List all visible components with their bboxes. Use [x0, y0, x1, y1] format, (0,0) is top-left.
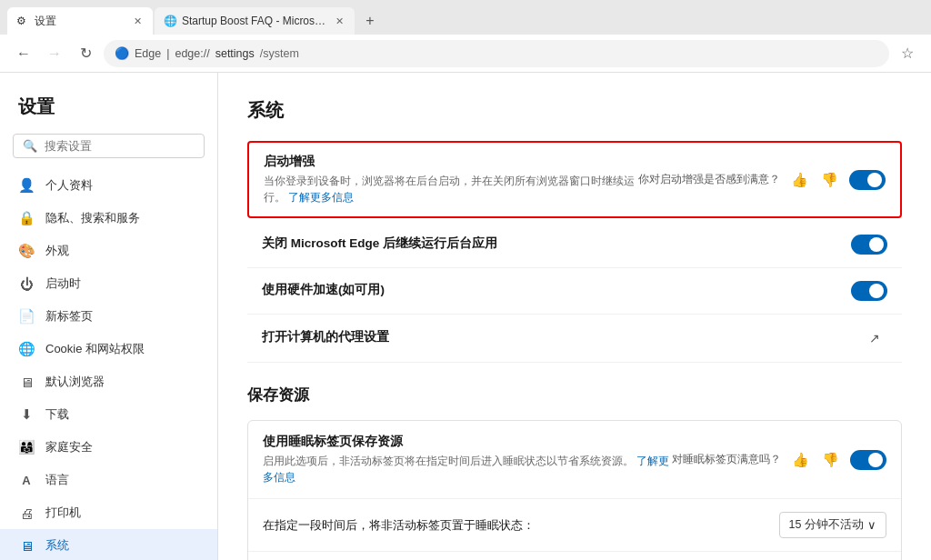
sidebar-item-downloads[interactable]: ⬇ 下载	[0, 398, 217, 431]
sleep-dropdown[interactable]: 15 分钟不活动 ∨	[779, 512, 886, 538]
startup-boost-toggle[interactable]	[849, 170, 886, 190]
search-icon: 🔍	[23, 139, 37, 153]
sidebar-item-label: 默认浏览器	[45, 374, 105, 390]
proxy-row: 打开计算机的代理设置 ↗	[247, 315, 902, 363]
sidebar-item-startup[interactable]: ⏻ 启动时	[0, 267, 217, 300]
chevron-down-icon: ∨	[867, 518, 876, 532]
close-edge-label: 关闭 Microsoft Edge 后继续运行后台应用	[262, 235, 851, 252]
startup-boost-controls: 你对启动增强是否感到满意？ 👍 👎	[638, 170, 886, 190]
address-settings: settings	[215, 47, 255, 60]
page-title: 系统	[247, 98, 902, 123]
startup-feedback-label: 你对启动增强是否感到满意？	[638, 172, 780, 187]
sidebar-item-label: Cookie 和网站权限	[45, 341, 145, 357]
languages-icon: A	[18, 474, 35, 487]
forward-button[interactable]: →	[42, 41, 67, 66]
startup-icon: ⏻	[18, 276, 35, 292]
proxy-controls: ↗	[862, 327, 887, 349]
newtab-icon: 📄	[18, 308, 35, 325]
sidebar-item-appearance[interactable]: 🎨 外观	[0, 235, 217, 267]
lock-icon: 🔒	[18, 210, 35, 226]
download-icon: ⬇	[18, 406, 35, 423]
sidebar-item-label: 个人资料	[45, 177, 93, 194]
back-button[interactable]: ←	[11, 41, 36, 66]
toggle-slider	[851, 281, 887, 301]
hardware-accel-info: 使用硬件加速(如可用)	[262, 282, 851, 301]
sidebar-item-profile[interactable]: 👤 个人资料	[0, 169, 217, 202]
settings-tab-title: 设置	[35, 14, 126, 29]
sleeping-tabs-info: 使用睡眠标签页保存资源 启用此选项后，非活动标签页将在指定时间后进入睡眠状态以节…	[263, 434, 672, 485]
tab-bar: ⚙ 设置 ✕ 🌐 Startup Boost FAQ - Microsoft T…	[0, 0, 931, 35]
sleeping-tabs-controls: 对睡眠标签页满意吗？ 👍 👎	[672, 450, 886, 470]
startup-tab-close[interactable]: ✕	[334, 14, 345, 29]
sidebar-item-cookies[interactable]: 🌐 Cookie 和网站权限	[0, 333, 217, 365]
thumbs-up-button[interactable]: 👍	[789, 170, 810, 190]
startup-boost-info: 启动增强 当你登录到设备时，浏览器将在后台启动，并在关闭所有浏览器窗口时继续运行…	[264, 154, 638, 205]
sidebar-item-privacy[interactable]: 🔒 隐私、搜索和服务	[0, 202, 217, 235]
toggle-slider	[850, 450, 886, 470]
address-scheme: edge://	[175, 47, 209, 60]
never-sleep-row: 从不让这些站点进入睡眠状态 添加	[248, 552, 901, 560]
sleeping-thumbs-up-button[interactable]: 👍	[790, 450, 811, 470]
profile-icon: 👤	[18, 177, 35, 194]
startup-boost-learn-more[interactable]: 了解更多信息	[288, 191, 354, 204]
sidebar-item-label: 家庭安全	[45, 439, 93, 455]
startup-boost-desc: 当你登录到设备时，浏览器将在后台启动，并在关闭所有浏览器窗口时继续运行。 了解更…	[264, 173, 638, 205]
sidebar-item-label: 新标签页	[45, 308, 93, 325]
main-content: 系统 启动增强 当你登录到设备时，浏览器将在后台启动，并在关闭所有浏览器窗口时继…	[218, 73, 931, 560]
new-tab-button[interactable]: +	[356, 7, 384, 35]
toggle-slider	[849, 170, 886, 190]
sleep-after-label: 在指定一段时间后，将非活动标签页置于睡眠状态：	[263, 518, 535, 532]
proxy-info: 打开计算机的代理设置	[262, 329, 862, 348]
settings-tab[interactable]: ⚙ 设置 ✕	[7, 7, 153, 35]
sleeping-tabs-card: 使用睡眠标签页保存资源 启用此选项后，非活动标签页将在指定时间后进入睡眠状态以节…	[247, 420, 902, 560]
sidebar-item-languages[interactable]: A 语言	[0, 464, 217, 496]
sidebar-item-default-browser[interactable]: 🖥 默认浏览器	[0, 365, 217, 398]
sidebar-item-label: 启动时	[45, 275, 81, 292]
sidebar-item-printer[interactable]: 🖨 打印机	[0, 496, 217, 529]
search-input[interactable]	[45, 139, 195, 153]
cookies-icon: 🌐	[18, 341, 35, 357]
main-layout: 设置 🔍 👤 个人资料 🔒 隐私、搜索和服务 🎨 外观 ⏻ 启动时 📄 新标签页…	[0, 73, 931, 560]
settings-tab-icon: ⚙	[16, 15, 29, 27]
sidebar-item-label: 打印机	[45, 505, 81, 521]
hardware-accel-toggle[interactable]	[851, 281, 887, 301]
search-box[interactable]: 🔍	[13, 134, 205, 158]
favorites-button[interactable]: ☆	[895, 41, 920, 66]
sleep-after-info: 在指定一段时间后，将非活动标签页置于睡眠状态：	[263, 517, 779, 534]
sleeping-tabs-desc: 启用此选项后，非活动标签页将在指定时间后进入睡眠状态以节省系统资源。 了解更多信…	[263, 453, 672, 485]
startup-tab-title: Startup Boost FAQ - Microsoft Te...	[182, 15, 328, 27]
nav-bar: ← → ↻ 🔵 Edge | edge://settings/system ☆	[0, 35, 931, 73]
startup-boost-row: 启动增强 当你登录到设备时，浏览器将在后台启动，并在关闭所有浏览器窗口时继续运行…	[247, 141, 902, 218]
sidebar-item-label: 隐私、搜索和服务	[45, 210, 140, 226]
close-edge-toggle[interactable]	[851, 235, 887, 255]
sidebar: 设置 🔍 👤 个人资料 🔒 隐私、搜索和服务 🎨 外观 ⏻ 启动时 📄 新标签页…	[0, 73, 218, 560]
settings-tab-close[interactable]: ✕	[132, 14, 144, 29]
sleeping-tabs-toggle[interactable]	[850, 450, 886, 470]
hardware-accel-row: 使用硬件加速(如可用)	[247, 268, 902, 315]
sidebar-item-family[interactable]: 👨‍👩‍👧 家庭安全	[0, 431, 217, 464]
edge-icon: 🔵	[115, 46, 129, 60]
sleep-after-row: 在指定一段时间后，将非活动标签页置于睡眠状态： 15 分钟不活动 ∨	[248, 499, 901, 552]
sidebar-item-label: 语言	[45, 472, 69, 488]
sleeping-feedback-label: 对睡眠标签页满意吗？	[672, 452, 781, 467]
external-link-icon[interactable]: ↗	[862, 327, 887, 349]
browser-icon: 🖥	[18, 375, 35, 390]
sleep-dropdown-value: 15 分钟不活动	[789, 517, 864, 533]
system-icon: 🖥	[18, 538, 35, 554]
close-edge-controls	[851, 235, 887, 255]
thumbs-down-button[interactable]: 👎	[819, 170, 840, 190]
address-bar[interactable]: 🔵 Edge | edge://settings/system	[104, 40, 889, 67]
toggle-slider	[851, 235, 887, 255]
sleeping-thumbs-down-button[interactable]: 👎	[820, 450, 841, 470]
sidebar-item-system[interactable]: 🖥 系统	[0, 529, 217, 560]
refresh-button[interactable]: ↻	[73, 41, 98, 66]
address-brand: Edge	[135, 47, 161, 60]
proxy-label: 打开计算机的代理设置	[262, 329, 862, 345]
sleeping-tabs-row: 使用睡眠标签页保存资源 启用此选项后，非活动标签页将在指定时间后进入睡眠状态以节…	[248, 421, 901, 499]
sidebar-item-newtab[interactable]: 📄 新标签页	[0, 300, 217, 333]
startup-tab[interactable]: 🌐 Startup Boost FAQ - Microsoft Te... ✕	[155, 7, 355, 35]
startup-tab-icon: 🌐	[164, 15, 176, 27]
sleeping-tabs-desc-text: 启用此选项后，非活动标签页将在指定时间后进入睡眠状态以节省系统资源。	[263, 455, 634, 467]
sidebar-item-label: 外观	[45, 243, 69, 259]
printer-icon: 🖨	[18, 505, 35, 521]
